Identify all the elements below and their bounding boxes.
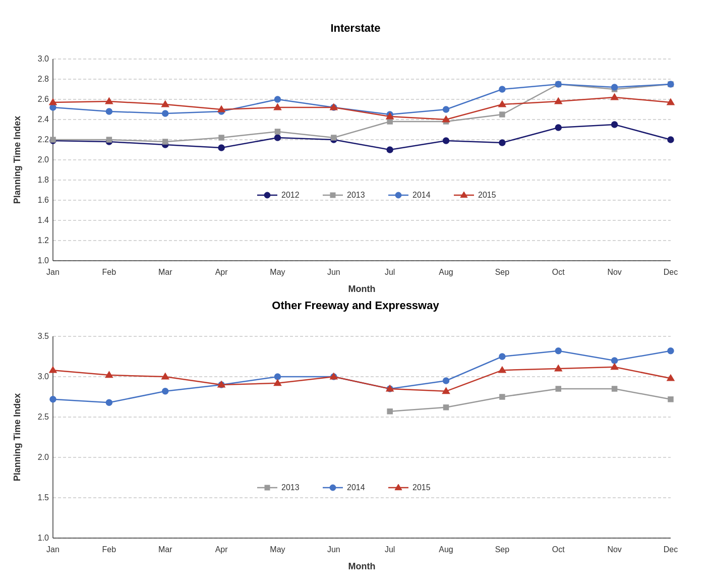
svg-marker-154 [611,364,618,370]
svg-text:Aug: Aug [439,545,453,554]
svg-text:1.8: 1.8 [38,175,49,184]
svg-text:1.5: 1.5 [38,493,49,502]
svg-rect-55 [331,135,336,140]
svg-text:2015: 2015 [478,191,496,199]
svg-text:1.0: 1.0 [38,256,49,265]
svg-text:Month: Month [348,561,376,571]
svg-text:Planning Time Index: Planning Time Index [12,393,22,482]
svg-rect-52 [163,139,168,144]
svg-point-41 [218,145,224,151]
svg-point-42 [274,135,280,141]
svg-point-71 [555,81,561,87]
chart2-svg: 1.01.52.02.53.03.5JanFebMarAprMayJunJulA… [10,316,701,583]
svg-rect-131 [668,397,673,402]
svg-rect-51 [106,137,111,142]
svg-text:Oct: Oct [552,545,565,554]
svg-point-73 [668,81,674,87]
svg-text:Nov: Nov [607,268,621,276]
svg-point-133 [106,399,112,405]
svg-text:1.0: 1.0 [38,534,49,542]
svg-rect-128 [500,394,505,399]
svg-text:Apr: Apr [215,268,228,276]
svg-text:2014: 2014 [412,191,431,199]
svg-text:Feb: Feb [102,268,116,276]
svg-text:Month: Month [348,284,376,294]
svg-text:Oct: Oct [552,268,565,276]
svg-text:Jul: Jul [385,545,395,554]
svg-text:1.2: 1.2 [38,236,49,245]
svg-rect-129 [556,386,561,391]
svg-rect-127 [444,405,449,410]
svg-point-45 [443,138,449,144]
svg-text:Sep: Sep [495,268,510,276]
charts-container: Interstate 1.01.21.41.61.82.02.22.42.62.… [10,22,701,566]
svg-text:2.8: 2.8 [38,75,49,83]
svg-point-66 [274,96,280,102]
svg-text:May: May [270,268,285,276]
svg-point-160 [330,485,336,491]
svg-point-46 [499,140,505,146]
svg-text:Nov: Nov [607,545,621,554]
chart1-wrapper: Interstate 1.01.21.41.61.82.02.22.42.62.… [10,22,701,289]
chart2-wrapper: Other Freeway and Expressway 1.01.52.02.… [10,299,701,566]
svg-marker-84 [611,94,618,100]
svg-text:Jan: Jan [46,268,60,276]
svg-text:2.5: 2.5 [38,413,49,421]
svg-rect-126 [387,409,392,414]
svg-point-64 [162,110,168,116]
svg-point-62 [50,104,56,110]
svg-text:2013: 2013 [281,483,300,492]
svg-text:Planning Time Index: Planning Time Index [12,116,22,204]
svg-text:3.0: 3.0 [38,372,49,381]
chart2-title: Other Freeway and Expressway [10,299,701,312]
svg-point-140 [499,354,505,360]
svg-text:3.0: 3.0 [38,54,49,63]
svg-point-72 [612,84,618,90]
svg-marker-144 [49,367,56,373]
svg-text:2013: 2013 [347,191,365,199]
svg-text:Jun: Jun [327,545,340,554]
svg-rect-157 [265,485,270,490]
svg-text:3.5: 3.5 [38,332,49,340]
svg-marker-75 [105,98,112,104]
svg-point-134 [162,388,168,394]
svg-rect-58 [500,112,505,117]
chart1-svg: 1.01.21.41.61.82.02.22.42.62.83.0JanFebM… [10,39,701,306]
svg-text:May: May [270,545,285,554]
svg-text:2.4: 2.4 [38,115,49,124]
svg-text:2.2: 2.2 [38,135,49,144]
svg-point-139 [443,378,449,384]
svg-point-70 [499,86,505,92]
svg-point-142 [612,358,618,364]
svg-text:2.0: 2.0 [38,155,49,164]
svg-point-63 [106,108,112,114]
svg-text:Mar: Mar [158,545,172,554]
svg-point-47 [555,125,561,131]
svg-point-87 [264,192,270,198]
svg-text:Jul: Jul [385,268,395,276]
svg-text:2015: 2015 [412,483,431,492]
svg-rect-90 [330,193,335,198]
svg-text:Sep: Sep [495,545,510,554]
svg-text:2.6: 2.6 [38,95,49,103]
svg-point-143 [668,348,674,354]
svg-rect-53 [219,135,224,140]
svg-text:1.4: 1.4 [38,216,49,224]
svg-rect-56 [387,119,392,124]
svg-point-93 [395,192,401,198]
svg-text:1.6: 1.6 [38,196,49,204]
svg-point-48 [612,122,618,128]
svg-point-141 [555,348,561,354]
svg-rect-130 [612,386,617,391]
svg-point-44 [387,147,393,153]
svg-point-69 [443,106,449,112]
svg-text:Mar: Mar [158,268,172,276]
svg-point-132 [50,396,56,402]
svg-text:Feb: Feb [102,545,116,554]
chart1-title: Interstate [10,22,701,35]
svg-point-49 [668,137,674,143]
svg-rect-54 [275,129,280,134]
svg-text:2012: 2012 [281,191,300,199]
svg-rect-50 [50,137,55,142]
svg-text:2014: 2014 [347,483,365,492]
